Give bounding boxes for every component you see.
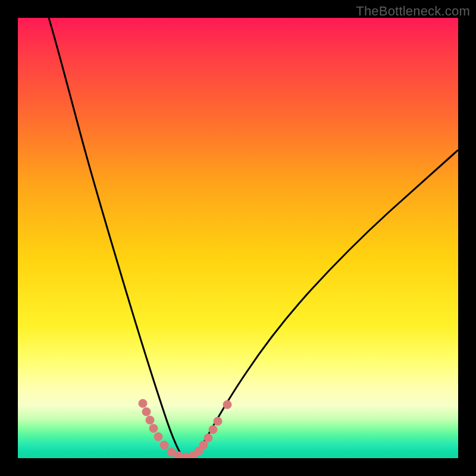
svg-point-3 xyxy=(149,424,158,433)
bottleneck-curve xyxy=(49,18,458,458)
svg-point-0 xyxy=(139,399,147,408)
salmon-marker-group xyxy=(139,399,231,458)
svg-point-5 xyxy=(160,441,168,449)
watermark-label: TheBottleneck.com xyxy=(356,4,470,19)
curve-layer xyxy=(18,18,458,458)
svg-point-13 xyxy=(209,425,217,434)
plot-area xyxy=(18,18,458,458)
svg-point-1 xyxy=(142,408,151,416)
svg-point-12 xyxy=(204,434,212,442)
svg-point-11 xyxy=(199,441,208,449)
svg-point-2 xyxy=(146,416,154,424)
svg-point-4 xyxy=(154,433,162,441)
svg-point-15 xyxy=(223,400,231,409)
chart-canvas: TheBottleneck.com xyxy=(0,0,476,476)
svg-point-14 xyxy=(214,417,222,425)
